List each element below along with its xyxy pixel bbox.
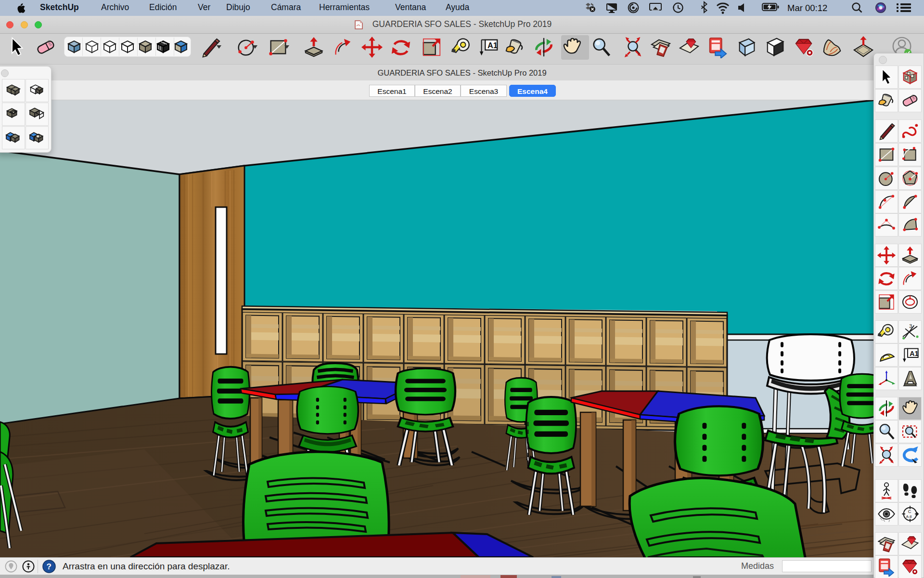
svg-text:?: ? — [47, 562, 51, 571]
svg-text:Mar 00:12: Mar 00:12 — [787, 3, 827, 13]
